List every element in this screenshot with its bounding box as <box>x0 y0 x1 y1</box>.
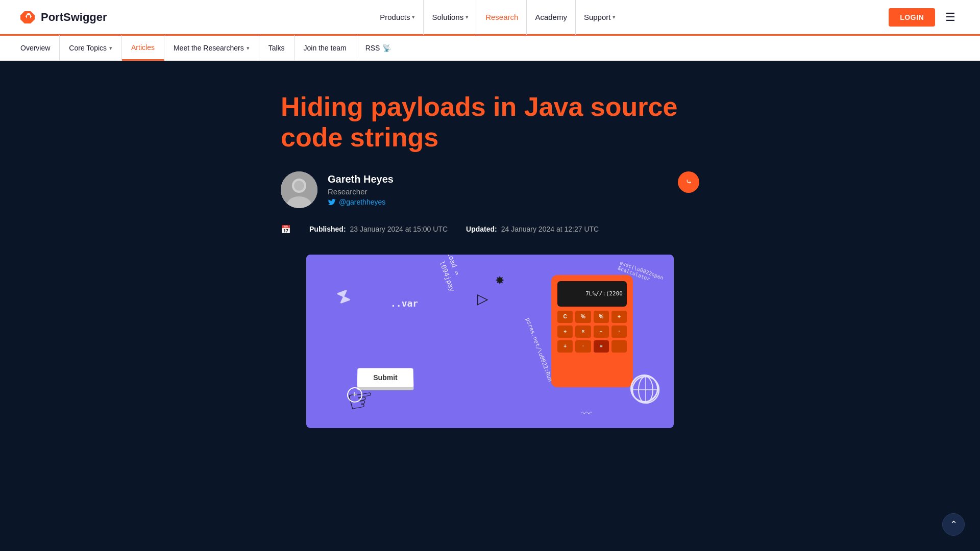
published-date: Published: 23 January 2024 at 15:00 UTC <box>309 225 448 233</box>
calc-btn-dot: · <box>611 325 627 338</box>
hero-image-container: ⧗ ..var l094jpay load = ▷ ✸ Submit ☞ <box>306 255 674 428</box>
calc-btn-equals: = <box>594 340 609 353</box>
subnav-articles[interactable]: Articles <box>122 35 164 61</box>
portswigger-logo-icon <box>20 9 37 26</box>
solutions-chevron: ▾ <box>465 14 469 20</box>
main-nav-links: Products ▾ Solutions ▾ Research Academy … <box>372 0 624 35</box>
author-name: Gareth Heyes <box>328 173 394 185</box>
share-icon: ⤷ <box>685 177 692 187</box>
nav-academy[interactable]: Academy <box>527 0 576 35</box>
share-button[interactable]: ⤷ <box>678 171 699 193</box>
nav-research[interactable]: Research <box>477 0 527 35</box>
scroll-to-top-button[interactable]: ⌃ <box>942 513 965 536</box>
nav-products[interactable]: Products ▾ <box>372 0 424 35</box>
support-chevron: ▾ <box>612 14 616 20</box>
code-text-var: ..var <box>390 298 418 309</box>
calc-btn-divide: ÷ <box>611 311 627 323</box>
calc-btn-c: C <box>557 311 573 323</box>
calc-btn-dot2: · <box>575 340 591 353</box>
logo[interactable]: PortSwigger <box>20 9 107 26</box>
subnav-overview[interactable]: Overview <box>20 35 60 61</box>
scroll-up-icon: ⌃ <box>950 519 958 530</box>
calc-btn-plus: + <box>557 340 573 353</box>
calc-buttons: C % % ÷ ÷ × − · + · = <box>557 311 627 353</box>
starburst-icon: ✸ <box>495 274 504 287</box>
rss-icon: 📡 <box>382 44 391 52</box>
plus-circle-icon: + <box>347 387 362 403</box>
svg-point-7 <box>294 181 304 191</box>
calc-btn-7: ÷ <box>557 325 573 338</box>
globe-icon <box>630 374 658 403</box>
avatar-image <box>281 171 317 208</box>
sub-navigation: Overview Core Topics ▾ Articles Meet the… <box>0 36 980 61</box>
calc-btn-mod: % <box>594 311 609 323</box>
calculator-illustration: 7L%//:(2200 C % % ÷ ÷ × − · + · = <box>551 275 633 387</box>
calc-btn-x: × <box>575 325 591 338</box>
svg-rect-3 <box>27 15 30 19</box>
calc-btn-percent: % <box>575 311 591 323</box>
updated-date: Updated: 24 January 2024 at 12:27 UTC <box>466 225 599 233</box>
login-button[interactable]: LOGIN <box>889 8 935 27</box>
main-content: Hiding payloads in Java source code stri… <box>0 61 980 551</box>
core-topics-chevron: ▾ <box>109 45 112 52</box>
avatar-svg <box>281 171 317 208</box>
calc-btn-minus: − <box>594 325 609 338</box>
article-title: Hiding payloads in Java source code stri… <box>281 92 699 153</box>
spring-icon: 〰 <box>581 407 592 420</box>
calc-screen: 7L%//:(2200 <box>557 281 627 307</box>
nav-solutions[interactable]: Solutions ▾ <box>424 0 477 35</box>
subnav-talks[interactable]: Talks <box>259 35 295 61</box>
products-chevron: ▾ <box>412 14 415 20</box>
subnav-meet-researchers[interactable]: Meet the Researchers ▾ <box>164 35 259 61</box>
subnav-core-topics[interactable]: Core Topics ▾ <box>60 35 122 61</box>
brand-name: PortSwigger <box>41 11 107 24</box>
article-container: Hiding payloads in Java source code stri… <box>260 92 720 428</box>
cursor-icon: ▷ <box>477 290 488 307</box>
author-info: Gareth Heyes Researcher @garethheyes <box>328 173 394 206</box>
author-role: Researcher <box>328 187 394 196</box>
meet-researchers-chevron: ▾ <box>247 45 250 52</box>
nav-support[interactable]: Support ▾ <box>576 0 624 35</box>
hero-illustration: ⧗ ..var l094jpay load = ▷ ✸ Submit ☞ <box>306 255 674 428</box>
hamburger-menu-icon[interactable]: ☰ <box>941 9 960 26</box>
subnav-join-team[interactable]: Join the team <box>295 35 356 61</box>
twitter-icon <box>328 198 336 206</box>
subnav-rss[interactable]: RSS 📡 <box>356 35 401 61</box>
date-section: 📅 Published: 23 January 2024 at 15:00 UT… <box>281 224 699 234</box>
calc-btn-extra <box>611 340 627 353</box>
author-twitter-link[interactable]: @garethheyes <box>328 198 394 206</box>
author-section: Gareth Heyes Researcher @garethheyes ⤷ <box>281 171 699 208</box>
calendar-icon: 📅 <box>281 224 291 234</box>
top-navigation: PortSwigger Products ▾ Solutions ▾ Resea… <box>0 0 980 36</box>
top-nav-right: LOGIN ☰ <box>889 8 960 27</box>
author-avatar[interactable] <box>281 171 317 208</box>
